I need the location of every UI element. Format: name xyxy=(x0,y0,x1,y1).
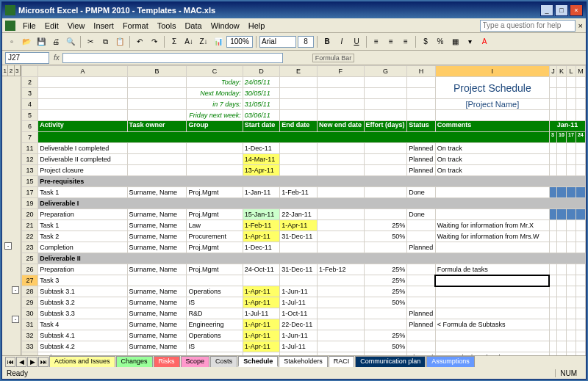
outline-level-1[interactable]: 1 xyxy=(2,65,8,76)
sort-asc-icon[interactable]: A↓ xyxy=(182,35,196,48)
col-header[interactable]: K xyxy=(557,66,567,77)
sheet-tab[interactable]: Actions and Issues xyxy=(49,356,115,367)
titlebar[interactable]: Microsoft Excel - PMPM 2010 - Templates … xyxy=(2,2,586,18)
table-row[interactable]: 33Subtask 4.2Surname, NameIS1-Apr-111-Ju… xyxy=(22,341,586,352)
name-box[interactable] xyxy=(5,52,49,64)
paste-icon[interactable]: 📋 xyxy=(113,35,126,48)
menu-format[interactable]: Format xyxy=(118,20,153,32)
table-row[interactable]: 31Task 4Surname, NameEngineering1-Apr-11… xyxy=(22,319,586,330)
table-row[interactable]: 26PreparationSurname, NameProj.Mgmt24-Oc… xyxy=(22,264,586,275)
close-button[interactable]: × xyxy=(570,4,583,16)
font-size-select[interactable] xyxy=(298,36,314,48)
preview-icon[interactable]: 🔍 xyxy=(64,35,77,48)
tab-nav-next[interactable]: ▶ xyxy=(27,357,37,367)
tab-nav-first[interactable]: ⏮ xyxy=(5,357,15,367)
col-header[interactable]: J xyxy=(549,66,556,77)
col-header[interactable]: I xyxy=(435,66,549,77)
menu-data[interactable]: Data xyxy=(180,20,206,32)
save-icon[interactable]: 💾 xyxy=(35,35,48,48)
table-row[interactable]: 29Subtask 3.2Surname, NameIS1-Apr-111-Ju… xyxy=(22,297,586,308)
col-header[interactable]: D xyxy=(243,66,280,77)
table-row[interactable]: 17Task 1Surname, NameProj.Mgmt1-Jan-111-… xyxy=(22,187,586,198)
table-row[interactable]: 25Deliverable II xyxy=(22,253,586,264)
minimize-button[interactable]: _ xyxy=(540,4,553,16)
table-row[interactable]: 20PreparationSurname, NameProj.Mgmt15-Ja… xyxy=(22,209,586,220)
sheet-tab[interactable]: Assumptions xyxy=(426,356,475,367)
menu-help[interactable]: Help xyxy=(244,20,270,32)
sheet-tab[interactable]: Scope xyxy=(181,356,210,367)
table-row[interactable]: 28Subtask 3.1Surname, NameOperations1-Ap… xyxy=(22,286,586,297)
borders-icon[interactable]: ▦ xyxy=(448,35,462,48)
fx-icon[interactable]: fx xyxy=(54,54,60,62)
sheet-tab[interactable]: RACI xyxy=(329,356,355,367)
align-center-icon[interactable]: ≡ xyxy=(384,35,398,48)
undo-icon[interactable]: ↶ xyxy=(133,35,146,48)
table-row[interactable]: 21Task 1Surname, NameLaw1-Feb-111-Apr-11… xyxy=(22,220,586,231)
outline-collapse-button[interactable]: - xyxy=(12,316,19,323)
copy-icon[interactable]: ⧉ xyxy=(98,35,112,48)
col-header[interactable]: A xyxy=(38,66,127,77)
col-header[interactable]: H xyxy=(407,66,435,77)
new-icon[interactable]: ▫ xyxy=(5,35,18,48)
outline-level-3[interactable]: 3 xyxy=(15,65,21,76)
tab-nav-last[interactable]: ⏭ xyxy=(38,357,49,367)
bold-icon[interactable]: B xyxy=(320,35,334,48)
col-header[interactable]: B xyxy=(127,66,187,77)
underline-icon[interactable]: U xyxy=(350,35,363,48)
menu-view[interactable]: View xyxy=(63,20,90,32)
table-row[interactable]: 11Deliverable I completed1-Dec-11Planned… xyxy=(22,143,586,154)
menu-edit[interactable]: Edit xyxy=(40,20,63,32)
table-row[interactable]: 12Deliverable II completed14-Mar-11Plann… xyxy=(22,154,586,165)
open-icon[interactable]: 📂 xyxy=(20,35,33,48)
table-row[interactable]: 30Subtask 3.3Surname, NameR&D1-Jul-111-O… xyxy=(22,308,586,319)
outline-column[interactable]: 1 2 3 - - - xyxy=(2,65,21,355)
italic-icon[interactable]: I xyxy=(335,35,348,48)
table-row[interactable]: 23CompletionSurname, NameProj.Mgmt1-Dec-… xyxy=(22,242,586,253)
sheet-tab[interactable]: Changes xyxy=(116,356,153,367)
table-row[interactable]: 34Task 5Surname, NameHR22-Dec-1122-Jan-1… xyxy=(22,352,586,356)
sheet-tab[interactable]: Risks xyxy=(154,356,180,367)
select-all-button[interactable] xyxy=(22,66,38,77)
chart-icon[interactable]: 📊 xyxy=(212,35,225,48)
percent-icon[interactable]: % xyxy=(434,35,447,48)
table-row[interactable]: 15Pre-requisites xyxy=(22,176,586,187)
col-header[interactable]: E xyxy=(280,66,318,77)
menu-tools[interactable]: Tools xyxy=(153,20,181,32)
col-header[interactable]: C xyxy=(187,66,243,77)
table-row[interactable]: 22Task 2Surname, NameProcurement1-Apr-11… xyxy=(22,231,586,242)
col-header[interactable]: F xyxy=(317,66,364,77)
close-workbook-button[interactable]: × xyxy=(578,21,583,30)
sheet-tab[interactable]: Communication plan xyxy=(355,356,426,367)
outline-collapse-button[interactable]: - xyxy=(4,242,12,250)
outline-level-2[interactable]: 2 xyxy=(8,65,14,76)
sheet-tab[interactable]: Schedule xyxy=(238,356,278,367)
sort-desc-icon[interactable]: Z↓ xyxy=(197,35,210,48)
sheet-tab[interactable]: Stakeholders xyxy=(279,356,328,367)
currency-icon[interactable]: $ xyxy=(419,35,432,48)
maximize-button[interactable]: □ xyxy=(555,4,568,16)
help-search-input[interactable] xyxy=(480,20,576,32)
zoom-input[interactable] xyxy=(226,36,253,48)
column-headers[interactable]: A B C D E F G H I J K L M xyxy=(22,66,586,77)
col-header[interactable]: G xyxy=(364,66,407,77)
align-left-icon[interactable]: ≡ xyxy=(370,35,383,48)
redo-icon[interactable]: ↷ xyxy=(148,35,161,48)
align-right-icon[interactable]: ≡ xyxy=(399,35,412,48)
menu-window[interactable]: Window xyxy=(207,20,244,32)
sum-icon[interactable]: Σ xyxy=(168,35,181,48)
cut-icon[interactable]: ✂ xyxy=(84,35,97,48)
menu-insert[interactable]: Insert xyxy=(89,20,118,32)
tab-nav-prev[interactable]: ◀ xyxy=(16,357,26,367)
formula-bar[interactable] xyxy=(62,53,283,63)
fill-color-icon[interactable]: ▾ xyxy=(463,35,476,48)
sheet-tab[interactable]: Costs xyxy=(210,356,237,367)
table-row[interactable]: 27Task 325% xyxy=(22,275,586,286)
col-header[interactable]: L xyxy=(567,66,576,77)
menu-file[interactable]: File xyxy=(18,20,40,32)
col-header[interactable]: M xyxy=(576,66,585,77)
outline-collapse-button[interactable]: - xyxy=(12,286,19,294)
spreadsheet-grid[interactable]: A B C D E F G H I J K L M 2Today:24/05/1… xyxy=(21,65,586,355)
table-row[interactable]: 32Subtask 4.1Surname, NameOperations1-Ap… xyxy=(22,330,586,341)
print-icon[interactable]: 🖨 xyxy=(49,35,62,48)
table-row[interactable]: 13Project closure13-Apr-11PlannedOn trac… xyxy=(22,165,586,176)
